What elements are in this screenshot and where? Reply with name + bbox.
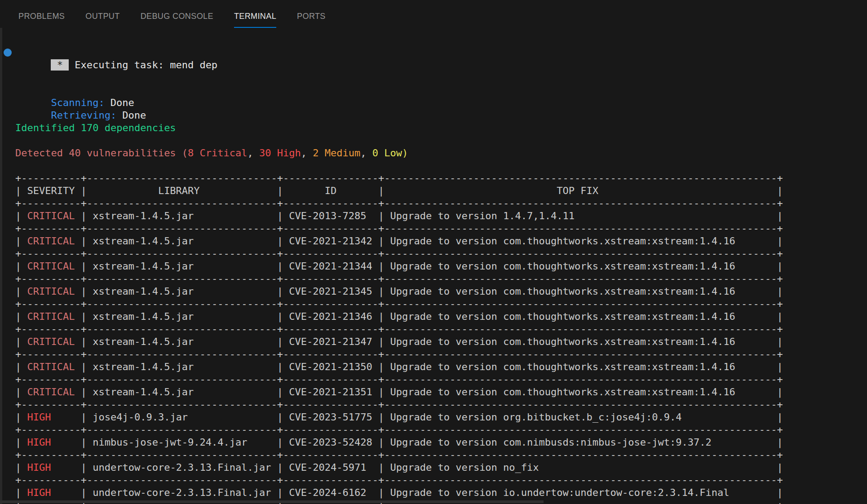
row-cells: | xstream-1.4.5.jar | CVE-2021-21347 | U…: [81, 336, 783, 347]
row-cells: | jose4j-0.9.3.jar | CVE-2023-51775 | Up…: [81, 411, 783, 423]
table-row: | CRITICAL | xstream-1.4.5.jar | CVE-202…: [15, 336, 867, 348]
status-line-scanning: Scanning:Done: [15, 84, 867, 97]
detected-segment: 30 High: [259, 147, 301, 159]
severity-cell: CRITICAL: [21, 386, 80, 398]
severity-cell: HIGH: [21, 462, 80, 473]
severity-cell: CRITICAL: [21, 235, 80, 247]
severity-cell: HIGH: [21, 411, 80, 423]
terminal-output[interactable]: * Executing task: mend dep Scanning:Done…: [0, 28, 867, 504]
severity-cell: CRITICAL: [21, 361, 80, 372]
command-decoration-icon[interactable]: [4, 49, 12, 57]
detected-segment: Detected 40 vulnerabilities (: [15, 147, 188, 159]
scanning-label: Scanning:: [51, 97, 104, 108]
severity-cell: CRITICAL: [21, 210, 80, 221]
table-row: | CRITICAL | xstream-1.4.5.jar | CVE-201…: [15, 210, 867, 222]
table-row: | HIGH | undertow-core-2.3.13.Final.jar …: [15, 486, 867, 499]
detected-segment: ): [402, 147, 408, 159]
table-border-line: +----------+----------------------------…: [15, 222, 867, 235]
tab-debug-console[interactable]: DEBUG CONSOLE: [141, 12, 213, 28]
row-cells: | xstream-1.4.5.jar | CVE-2021-21350 | U…: [81, 361, 783, 372]
table-row: | HIGH | nimbus-jose-jwt-9.24.4.jar | CV…: [15, 436, 867, 449]
table-border-line: +----------+----------------------------…: [15, 273, 867, 285]
row-cells: | xstream-1.4.5.jar | CVE-2013-7285 | Up…: [81, 210, 783, 221]
vscode-bottom-panel: PROBLEMS OUTPUT DEBUG CONSOLE TERMINAL P…: [0, 0, 867, 504]
table-cell-border: |: [15, 286, 21, 297]
row-cells: | xstream-1.4.5.jar | CVE-2021-21346 | U…: [81, 311, 783, 322]
retrieving-value: Done: [122, 110, 146, 121]
detected-segment: 8 Critical: [188, 147, 247, 159]
table-cell-border: |: [15, 361, 21, 372]
horizontal-scrollbar-thumb[interactable]: [0, 500, 544, 503]
row-cells: | undertow-core-2.3.13.Final.jar | CVE-2…: [81, 487, 783, 498]
table-cell-border: |: [15, 336, 21, 347]
detected-segment: ,: [301, 147, 313, 159]
table-row: | CRITICAL | xstream-1.4.5.jar | CVE-202…: [15, 235, 867, 248]
table-row: | CRITICAL | xstream-1.4.5.jar | CVE-202…: [15, 361, 867, 373]
severity-cell: CRITICAL: [21, 261, 80, 272]
row-cells: | xstream-1.4.5.jar | CVE-2021-21342 | U…: [81, 235, 783, 247]
table-cell-border: |: [15, 411, 21, 423]
table-border-line: +----------+----------------------------…: [15, 248, 867, 260]
table-border-line: +----------+----------------------------…: [15, 348, 867, 361]
detected-line: Detected 40 vulnerabilities (8 Critical,…: [15, 147, 867, 159]
tab-problems[interactable]: PROBLEMS: [18, 12, 65, 28]
table-row: | CRITICAL | xstream-1.4.5.jar | CVE-202…: [15, 260, 867, 273]
row-cells: | xstream-1.4.5.jar | CVE-2021-21351 | U…: [81, 386, 783, 398]
identified-line: Identified 170 dependencies: [15, 122, 867, 134]
table-cell-border: |: [15, 462, 21, 473]
table-border-line: +----------+----------------------------…: [15, 449, 867, 461]
tab-ports[interactable]: PORTS: [297, 12, 326, 28]
table-cell-border: |: [15, 210, 21, 221]
severity-cell: CRITICAL: [21, 311, 80, 322]
tab-output[interactable]: OUTPUT: [85, 12, 119, 28]
row-cells: | xstream-1.4.5.jar | CVE-2021-21345 | U…: [81, 286, 783, 297]
table-cell-border: |: [15, 437, 21, 448]
task-asterisk-badge: *: [51, 59, 69, 71]
table-border-line: +----------+----------------------------…: [15, 197, 867, 210]
table-row: | CRITICAL | xstream-1.4.5.jar | CVE-202…: [15, 285, 867, 298]
table-border-line: +----------+----------------------------…: [15, 373, 867, 386]
tab-terminal[interactable]: TERMINAL: [234, 12, 276, 28]
detected-segment: 0 Low: [372, 147, 402, 159]
severity-cell: CRITICAL: [21, 336, 80, 347]
vulnerability-table: +----------+----------------------------…: [15, 172, 867, 504]
table-header-row: | SEVERITY | LIBRARY | ID | TOP FIX |: [15, 185, 867, 197]
severity-cell: HIGH: [21, 437, 80, 448]
table-cell-border: |: [15, 311, 21, 322]
row-cells: | nimbus-jose-jwt-9.24.4.jar | CVE-2023-…: [81, 437, 783, 448]
detected-segment: ,: [360, 147, 372, 159]
table-row: | HIGH | undertow-core-2.3.13.Final.jar …: [15, 461, 867, 474]
table-cell-border: |: [15, 386, 21, 398]
table-border-line: +----------+----------------------------…: [15, 424, 867, 436]
retrieving-label: Retrieving:: [51, 110, 116, 121]
table-border-line: +----------+----------------------------…: [15, 398, 867, 411]
table-row: | CRITICAL | xstream-1.4.5.jar | CVE-202…: [15, 386, 867, 398]
severity-cell: HIGH: [21, 487, 80, 498]
status-line-retrieving: Retrieving:Done: [15, 97, 867, 109]
table-row: | HIGH | jose4j-0.9.3.jar | CVE-2023-517…: [15, 411, 867, 424]
table-border-line: +----------+----------------------------…: [15, 474, 867, 486]
row-cells: | xstream-1.4.5.jar | CVE-2021-21344 | U…: [81, 261, 783, 272]
scanning-value: Done: [111, 97, 134, 108]
table-border-line: +----------+----------------------------…: [15, 298, 867, 310]
table-cell-border: |: [15, 261, 21, 272]
panel-tab-bar: PROBLEMS OUTPUT DEBUG CONSOLE TERMINAL P…: [0, 0, 867, 28]
table-border-line: +----------+----------------------------…: [15, 323, 867, 336]
table-border-line: +----------+----------------------------…: [15, 172, 867, 185]
detected-segment: 2 Medium: [313, 147, 360, 159]
row-cells: | undertow-core-2.3.13.Final.jar | CVE-2…: [81, 462, 783, 473]
severity-cell: CRITICAL: [21, 286, 80, 297]
table-row: | CRITICAL | xstream-1.4.5.jar | CVE-202…: [15, 310, 867, 323]
table-cell-border: |: [15, 235, 21, 247]
task-line: * Executing task: mend dep: [15, 46, 867, 59]
detected-segment: ,: [248, 147, 260, 159]
table-cell-border: |: [15, 487, 21, 498]
task-text: Executing task: mend dep: [75, 59, 217, 71]
